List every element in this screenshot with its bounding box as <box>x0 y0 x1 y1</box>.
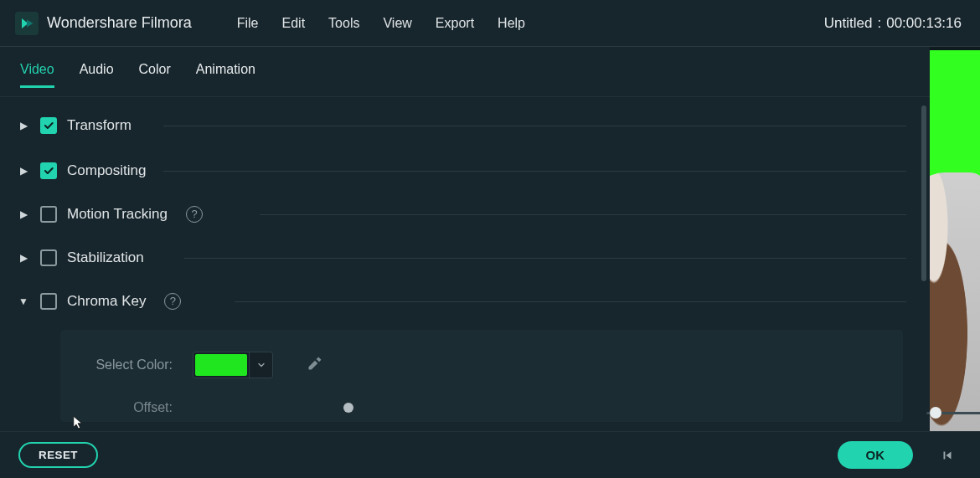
disclosure-right-icon[interactable]: ▶ <box>17 208 30 220</box>
label-transform: Transform <box>67 117 137 134</box>
label-compositing: Compositing <box>67 162 152 179</box>
filmora-logo-icon <box>19 16 34 31</box>
project-title-timecode: Untitled : 00:00:13:16 <box>824 15 965 32</box>
check-icon <box>43 165 54 177</box>
select-color-label: Select Color: <box>80 357 173 373</box>
menubar: Wondershare Filmora File Edit Tools View… <box>0 0 980 47</box>
checkbox-motion-tracking[interactable] <box>40 206 57 223</box>
info-icon[interactable]: ? <box>164 293 181 310</box>
scrubber-knob[interactable] <box>930 407 941 419</box>
svg-rect-0 <box>944 451 946 459</box>
eyedropper-icon[interactable] <box>307 355 323 375</box>
app-name: Wondershare Filmora <box>47 14 192 32</box>
chroma-select-color-row: Select Color: <box>80 352 883 378</box>
info-icon[interactable]: ? <box>186 206 203 223</box>
subject-silhouette <box>930 172 980 431</box>
preview-viewport <box>930 47 980 431</box>
disclosure-right-icon[interactable]: ▶ <box>17 165 30 177</box>
section-stabilization: ▶ Stabilization <box>17 236 923 280</box>
disclosure-down-icon[interactable]: ▼ <box>17 296 30 307</box>
section-compositing: ▶ Compositing <box>17 149 923 193</box>
bottombar: RESET OK <box>0 431 980 478</box>
section-chroma-key: ▼ Chroma Key ? <box>17 280 923 323</box>
menu-tools[interactable]: Tools <box>328 16 359 31</box>
effects-scroll-area: ▶ Transform ▶ Compositing ▶ M <box>0 97 930 431</box>
title-sep: : <box>877 15 881 32</box>
disclosure-right-icon[interactable]: ▶ <box>17 120 30 131</box>
checkbox-stabilization[interactable] <box>40 249 57 266</box>
menu-items: File Edit Tools View Export Help <box>237 16 525 31</box>
color-swatch[interactable] <box>195 354 247 376</box>
menu-view[interactable]: View <box>383 16 411 31</box>
timecode: 00:00:13:16 <box>886 15 962 32</box>
chevron-down-icon[interactable] <box>249 352 272 378</box>
tab-animation[interactable]: Animation <box>196 62 255 88</box>
menu-export[interactable]: Export <box>436 16 474 31</box>
preview-panel <box>930 47 980 431</box>
menu-help[interactable]: Help <box>498 16 525 31</box>
tab-color[interactable]: Color <box>139 62 171 88</box>
menu-file[interactable]: File <box>237 16 259 31</box>
disclosure-right-icon[interactable]: ▶ <box>17 252 30 264</box>
workspace: Video Audio Color Animation ▶ Transform … <box>0 47 980 431</box>
checkbox-chroma-key[interactable] <box>40 293 57 310</box>
project-name: Untitled <box>824 15 873 32</box>
offset-label: Offset: <box>80 400 173 415</box>
chroma-offset-row: Offset: <box>80 400 883 415</box>
offset-slider-thumb[interactable] <box>343 403 353 413</box>
step-prev-icon[interactable] <box>938 447 962 464</box>
color-picker-combo <box>193 352 273 378</box>
label-stabilization: Stabilization <box>67 249 149 266</box>
section-transform: ▶ Transform <box>17 104 923 147</box>
check-icon <box>43 120 54 131</box>
section-motion-tracking: ▶ Motion Tracking ? <box>17 193 923 236</box>
ok-button[interactable]: OK <box>838 441 914 469</box>
preview-scrubber[interactable] <box>926 406 980 419</box>
tab-audio[interactable]: Audio <box>80 62 114 88</box>
reset-button[interactable]: RESET <box>18 442 98 468</box>
app-logo <box>15 12 39 35</box>
menu-edit[interactable]: Edit <box>282 16 306 31</box>
checkbox-compositing[interactable] <box>40 162 57 179</box>
effect-tabs: Video Audio Color Animation <box>0 47 930 97</box>
label-motion-tracking: Motion Tracking <box>67 206 173 223</box>
label-chroma-key: Chroma Key <box>67 293 151 310</box>
checkbox-transform[interactable] <box>40 117 57 134</box>
tab-video[interactable]: Video <box>20 62 54 88</box>
effects-panel: Video Audio Color Animation ▶ Transform … <box>0 47 930 431</box>
chroma-key-panel: Select Color: Offset: <box>60 330 903 422</box>
